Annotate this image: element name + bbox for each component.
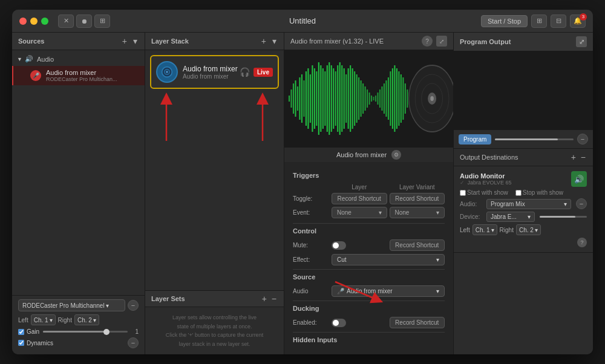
close-button[interactable] bbox=[19, 18, 27, 25]
audio-mix-dropdown[interactable]: Program Mix ▾ bbox=[486, 199, 571, 209]
start-with-show-checkbox[interactable] bbox=[460, 190, 466, 196]
layout-button[interactable]: ⊞ bbox=[94, 15, 110, 28]
ducking-toggle[interactable] bbox=[332, 319, 346, 327]
source-controls: RODECaster Pro Multichannel ▾ − Left Ch.… bbox=[12, 295, 145, 354]
right-ch-dropdown[interactable]: Ch. 2 ▾ bbox=[74, 314, 99, 325]
audio-settings-icon[interactable]: ⚙ bbox=[391, 150, 401, 160]
event-variant-none-dropdown[interactable]: None ▾ bbox=[390, 207, 445, 218]
program-output-popout[interactable]: ⤢ bbox=[576, 36, 587, 47]
effect-dropdown[interactable]: Cut ▾ bbox=[332, 254, 445, 265]
dynamics-checkbox[interactable] bbox=[18, 340, 24, 346]
waveform-visualization bbox=[284, 50, 453, 147]
source-item-sub: RODECaster Pro Multichan... bbox=[46, 76, 140, 82]
channel-minus-btn[interactable]: − bbox=[128, 300, 139, 311]
svg-rect-8 bbox=[297, 86, 298, 111]
add-source-button[interactable]: + bbox=[121, 36, 128, 46]
audio-group-header[interactable]: ▼ 🔊 Audio bbox=[12, 53, 145, 65]
svg-rect-16 bbox=[314, 68, 315, 129]
svg-rect-15 bbox=[312, 65, 313, 132]
layer-sub: Audio from mixer bbox=[183, 73, 240, 80]
left-ch-dropdown[interactable]: Ch. 1 ▾ bbox=[31, 314, 56, 325]
dynamics-circle-btn[interactable]: − bbox=[128, 337, 139, 348]
mute-record-shortcut-btn[interactable]: Record Shortcut bbox=[390, 239, 445, 251]
svg-rect-55 bbox=[396, 68, 397, 129]
notifications-button[interactable]: 🔔 3 bbox=[570, 15, 586, 28]
monitor-help-btn[interactable]: ? bbox=[577, 238, 587, 247]
device-volume-slider[interactable] bbox=[540, 216, 587, 218]
speaker-button[interactable]: 🔊 bbox=[571, 171, 587, 187]
toggle-variant-record-shortcut-btn[interactable]: Record Shortcut bbox=[390, 193, 445, 204]
layer-menu-button[interactable]: ▾ bbox=[271, 36, 278, 46]
program-volume-slider[interactable] bbox=[495, 138, 574, 140]
ducking-record-shortcut-btn[interactable]: Record Shortcut bbox=[390, 317, 445, 328]
sources-menu-button[interactable]: ▾ bbox=[132, 36, 139, 46]
layer-item-audio[interactable]: Audio from mixer Audio from mixer 🎧 Live bbox=[150, 55, 279, 89]
svg-rect-46 bbox=[377, 93, 378, 105]
ducking-section-title: Ducking bbox=[293, 305, 445, 312]
stop-with-show-label[interactable]: Stop with show bbox=[515, 189, 563, 196]
channel-dropdown[interactable]: RODECaster Pro Multichannel ▾ bbox=[18, 299, 125, 311]
event-none-dropdown[interactable]: None ▾ bbox=[332, 207, 387, 218]
stop-button[interactable]: ✕ bbox=[58, 15, 74, 28]
gain-slider-thumb[interactable] bbox=[103, 329, 110, 335]
gain-checkbox[interactable] bbox=[18, 329, 24, 335]
svg-rect-41 bbox=[367, 89, 368, 108]
hidden-inputs-title: Hidden Inputs bbox=[293, 336, 445, 343]
center-panel: Audio from mixer (v1.32) - LIVE ? ⤢ bbox=[284, 33, 454, 354]
ducking-toggle-dot bbox=[333, 320, 339, 326]
program-button[interactable]: Program bbox=[459, 134, 491, 145]
svg-point-67 bbox=[430, 96, 434, 101]
titlebar: ✕ ⏺ ⊞ Untitled Start / Stop ⊞ ⊟ 🔔 3 bbox=[12, 10, 593, 33]
audio-mix-minus-btn[interactable]: − bbox=[576, 198, 587, 209]
popout-button[interactable]: ⤢ bbox=[436, 36, 447, 47]
monitor-right-ch-dropdown[interactable]: Ch. 2 ▾ bbox=[516, 224, 541, 235]
device-dropdown[interactable]: Jabra E... ▾ bbox=[486, 212, 535, 222]
stop-with-show-text: Stop with show bbox=[523, 189, 563, 196]
svg-rect-21 bbox=[324, 71, 325, 126]
right-label: Right bbox=[58, 317, 72, 323]
dynamics-row: Dynamics − bbox=[18, 337, 139, 348]
gain-value: 1 bbox=[131, 328, 139, 335]
program-volume-minus-btn[interactable]: − bbox=[577, 134, 588, 145]
right-ch-val: Ch. 2 bbox=[77, 317, 92, 323]
svg-rect-59 bbox=[405, 83, 406, 114]
minimize-button[interactable] bbox=[30, 18, 38, 25]
layer-sets-content: Layer sets allow controlling the livesta… bbox=[145, 307, 284, 354]
start-with-show-label[interactable]: Start with show bbox=[460, 189, 508, 196]
maximize-button[interactable] bbox=[41, 18, 48, 25]
grid2-view-button[interactable]: ⊟ bbox=[551, 15, 566, 28]
stop-with-show-checkbox[interactable] bbox=[515, 190, 522, 196]
output-dest-controls: + − bbox=[570, 152, 587, 162]
start-stop-button[interactable]: Start / Stop bbox=[481, 15, 528, 27]
mute-toggle[interactable] bbox=[332, 241, 346, 250]
audio-source-item[interactable]: 🎤 Audio from mixer RODECaster Pro Multic… bbox=[12, 66, 145, 85]
grid-view-button[interactable]: ⊞ bbox=[531, 15, 547, 28]
audio-monitor-card: Audio Monitor ✓ Jabra EVOLVE 65 🔊 Start … bbox=[454, 166, 593, 253]
add-output-dest-btn[interactable]: + bbox=[570, 152, 577, 162]
add-layer-set-button[interactable]: + bbox=[261, 294, 268, 304]
record-button[interactable]: ⏺ bbox=[76, 15, 92, 28]
audio-source-dropdown[interactable]: 🎤 Audio from mixer ▾ bbox=[332, 285, 445, 297]
svg-rect-52 bbox=[390, 71, 391, 126]
svg-rect-9 bbox=[299, 77, 300, 120]
remove-layer-set-button[interactable]: − bbox=[270, 294, 278, 304]
toggle-record-shortcut-btn[interactable]: Record Shortcut bbox=[332, 193, 387, 204]
layer-sets-controls: + − bbox=[261, 294, 278, 304]
dynamics-checkbox-label[interactable]: Dynamics bbox=[18, 340, 53, 346]
monitor-ch-row: Left Ch. 1 ▾ Right Ch. 2 ▾ bbox=[460, 224, 587, 235]
start-with-show-text: Start with show bbox=[467, 189, 508, 196]
left-ch-val: Ch. 1 bbox=[34, 317, 48, 323]
dynamics-settings-btn[interactable]: − bbox=[128, 337, 139, 348]
svg-rect-40 bbox=[365, 86, 366, 111]
gain-checkbox-label[interactable]: Gain bbox=[18, 328, 39, 335]
remove-output-dest-btn[interactable]: − bbox=[580, 152, 587, 162]
audio-group-label: Audio bbox=[37, 56, 54, 63]
monitor-left-ch-dropdown[interactable]: Ch. 1 ▾ bbox=[473, 224, 497, 235]
add-layer-button[interactable]: + bbox=[260, 36, 267, 46]
help-button[interactable]: ? bbox=[422, 36, 433, 47]
gain-slider-track[interactable] bbox=[43, 331, 128, 333]
output-destinations-title: Output Destinations bbox=[460, 154, 518, 161]
svg-rect-60 bbox=[407, 89, 408, 108]
svg-rect-6 bbox=[293, 83, 294, 114]
output-destinations-header: Output Destinations + − bbox=[454, 149, 593, 166]
